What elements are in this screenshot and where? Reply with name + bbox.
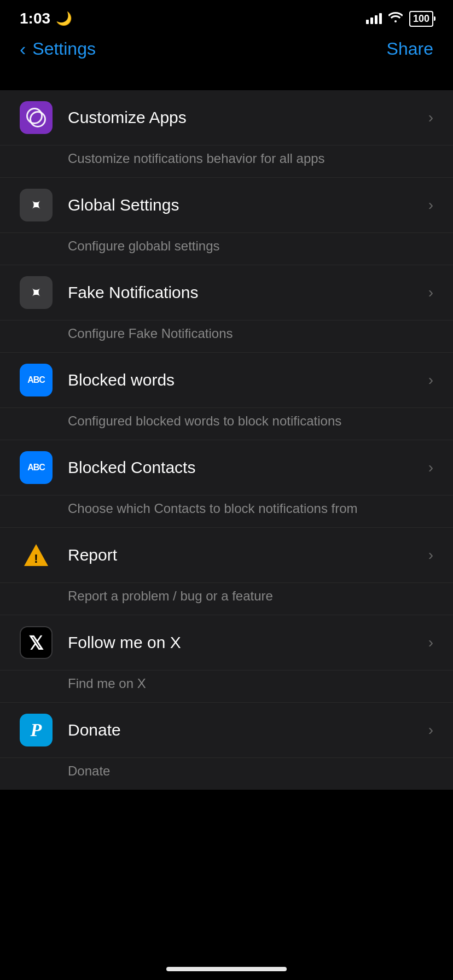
battery-label: 100 bbox=[413, 13, 429, 25]
blocked-words-icon: ABC bbox=[20, 364, 53, 396]
status-bar: 1:03 🌙 100 bbox=[0, 0, 453, 33]
menu-section-customize: Customize Apps › Customize notifications… bbox=[0, 90, 453, 177]
customize-apps-icon bbox=[20, 101, 53, 134]
time-label: 1:03 bbox=[20, 10, 50, 27]
follow-x-title: Follow me on X bbox=[68, 633, 428, 652]
home-indicator bbox=[166, 967, 287, 971]
abc-icon: ABC bbox=[27, 375, 45, 385]
report-title: Report bbox=[68, 546, 428, 564]
navigation-bar: ‹ Settings Share bbox=[0, 33, 453, 71]
section-spacer bbox=[0, 71, 453, 90]
report-item[interactable]: ! Report › bbox=[0, 528, 453, 582]
donate-text: Donate bbox=[68, 721, 428, 739]
blocked-words-description: Configured blocked words to block notifi… bbox=[0, 408, 453, 440]
back-button[interactable]: ‹ Settings bbox=[20, 38, 96, 60]
fake-notifications-text: Fake Notifications bbox=[68, 283, 428, 302]
svg-text:!: ! bbox=[34, 552, 38, 565]
status-time: 1:03 🌙 bbox=[20, 10, 72, 27]
wifi-icon bbox=[388, 11, 403, 26]
follow-x-item[interactable]: 𝕏 Follow me on X › bbox=[0, 615, 453, 670]
menu-section-follow-x: 𝕏 Follow me on X › Find me on X bbox=[0, 615, 453, 702]
chevron-right-icon: › bbox=[428, 721, 433, 739]
global-settings-title: Global Settings bbox=[68, 196, 428, 214]
report-text: Report bbox=[68, 546, 428, 564]
signal-icon bbox=[366, 13, 382, 24]
customize-apps-description: Customize notifications behavior for all… bbox=[0, 145, 453, 177]
donate-item[interactable]: P Donate › bbox=[0, 703, 453, 757]
donate-description: Donate bbox=[0, 758, 453, 790]
chevron-right-icon: › bbox=[428, 196, 433, 214]
svg-text:𝕏: 𝕏 bbox=[28, 633, 44, 653]
follow-x-description: Find me on X bbox=[0, 670, 453, 702]
chevron-right-icon: › bbox=[428, 371, 433, 389]
blocked-contacts-text: Blocked Contacts bbox=[68, 458, 428, 477]
follow-x-icon: 𝕏 bbox=[20, 626, 53, 659]
status-icons: 100 bbox=[366, 11, 433, 27]
customize-apps-title: Customize Apps bbox=[68, 108, 428, 127]
share-label: Share bbox=[387, 39, 433, 59]
menu-section-blocked-contacts: ABC Blocked Contacts › Choose which Cont… bbox=[0, 440, 453, 527]
chevron-right-icon: › bbox=[428, 546, 433, 564]
blocked-words-text: Blocked words bbox=[68, 371, 428, 389]
abc2-icon: ABC bbox=[27, 463, 45, 472]
blocked-contacts-item[interactable]: ABC Blocked Contacts › bbox=[0, 440, 453, 495]
donate-title: Donate bbox=[68, 721, 428, 739]
blocked-words-title: Blocked words bbox=[68, 371, 428, 389]
customize-icon-graphic bbox=[26, 108, 46, 127]
global-settings-text: Global Settings bbox=[68, 196, 428, 214]
report-icon: ! bbox=[20, 539, 53, 571]
share-button[interactable]: Share bbox=[387, 39, 433, 59]
global-settings-description: Configure globabl settings bbox=[0, 233, 453, 265]
donate-icon: P bbox=[20, 714, 53, 746]
menu-section-report: ! Report › Report a problem / bug or a f… bbox=[0, 528, 453, 615]
battery-icon: 100 bbox=[409, 11, 433, 27]
blocked-words-item[interactable]: ABC Blocked words › bbox=[0, 353, 453, 407]
moon-icon: 🌙 bbox=[56, 11, 72, 26]
back-label: Settings bbox=[32, 39, 96, 59]
paypal-icon: P bbox=[31, 720, 42, 740]
chevron-right-icon: › bbox=[428, 109, 433, 126]
report-description: Report a problem / bug or a feature bbox=[0, 583, 453, 615]
menu-section-blocked-words: ABC Blocked words › Configured blocked w… bbox=[0, 353, 453, 440]
global-settings-icon: ✦ bbox=[20, 189, 53, 221]
blocked-contacts-title: Blocked Contacts bbox=[68, 458, 428, 477]
menu-section-donate: P Donate › Donate bbox=[0, 703, 453, 790]
chevron-left-icon: ‹ bbox=[20, 38, 26, 60]
x-logo-icon: 𝕏 bbox=[26, 632, 47, 653]
chevron-right-icon: › bbox=[428, 634, 433, 651]
fake-notifications-title: Fake Notifications bbox=[68, 283, 428, 302]
customize-apps-item[interactable]: Customize Apps › bbox=[0, 90, 453, 145]
chevron-right-icon: › bbox=[428, 459, 433, 476]
menu-section-global: ✦ Global Settings › Configure globabl se… bbox=[0, 178, 453, 265]
wand-icon: ✦ bbox=[25, 194, 47, 216]
warning-triangle-icon: ! bbox=[23, 542, 49, 568]
fake-notifications-icon: ✦ bbox=[20, 276, 53, 309]
fake-notifications-item[interactable]: ✦ Fake Notifications › bbox=[0, 265, 453, 320]
follow-x-text: Follow me on X bbox=[68, 633, 428, 652]
menu-section-fake: ✦ Fake Notifications › Configure Fake No… bbox=[0, 265, 453, 352]
fake-notifications-description: Configure Fake Notifications bbox=[0, 320, 453, 352]
blocked-contacts-icon: ABC bbox=[20, 451, 53, 484]
chevron-right-icon: › bbox=[428, 284, 433, 301]
blocked-contacts-description: Choose which Contacts to block notificat… bbox=[0, 495, 453, 527]
customize-apps-text: Customize Apps bbox=[68, 108, 428, 127]
global-settings-item[interactable]: ✦ Global Settings › bbox=[0, 178, 453, 232]
wand2-icon: ✦ bbox=[25, 282, 47, 304]
